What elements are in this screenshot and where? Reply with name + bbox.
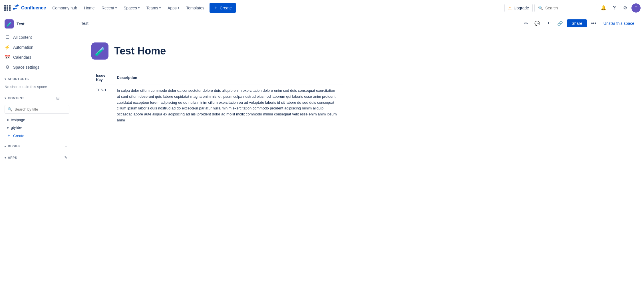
confluence-logo-icon: [13, 4, 19, 12]
settings-button[interactable]: ⚙: [621, 3, 630, 13]
nav-teams[interactable]: Teams ▾: [144, 4, 164, 12]
no-shortcuts-text: No shortcuts in this space: [0, 84, 74, 91]
topnav-right-section: ⚠ Upgrade 🔍 🔔 ? ⚙ T: [504, 3, 641, 13]
description-cell: In culpa dolor cillum commodo dolor ea c…: [112, 84, 343, 127]
warning-icon: ⚠: [508, 6, 512, 10]
space-icon: 🧪: [5, 19, 14, 29]
blogs-label: BLOGS: [8, 144, 20, 148]
space-settings-icon: ⚙: [5, 64, 10, 70]
page-body: 🧪 Test Home Issue Key Description TES-1 …: [74, 31, 360, 144]
shortcuts-add-button[interactable]: ＋: [63, 76, 69, 82]
column-header-description: Description: [112, 71, 343, 84]
sidebar-space-header[interactable]: 🧪 Test: [0, 16, 74, 32]
spaces-chevron-icon: ▾: [138, 6, 140, 9]
page-toolbar: Test ✏ 💬 👁 🔗 Share ••• Unstar this: [74, 16, 644, 31]
issues-table: Issue Key Description TES-1 In culpa dol…: [91, 71, 343, 127]
content-section-header: ▾ CONTENT ⊞ ＋: [0, 91, 74, 103]
top-navigation: Confluence Company hub Home Recent ▾ Spa…: [0, 0, 644, 16]
nav-home[interactable]: Home: [81, 4, 97, 12]
nav-company-hub[interactable]: Company hub: [49, 4, 80, 12]
gear-icon: ⚙: [623, 5, 627, 11]
link-button[interactable]: 🔗: [556, 19, 565, 28]
notifications-button[interactable]: 🔔: [599, 3, 608, 13]
nav-templates[interactable]: Templates: [183, 4, 207, 12]
grid-menu-button[interactable]: [3, 4, 11, 12]
shortcuts-collapse-icon[interactable]: ▾: [5, 78, 6, 81]
blogs-add-button[interactable]: ＋: [63, 143, 69, 150]
content-add-button[interactable]: ＋: [63, 95, 69, 101]
main-content: Test ✏ 💬 👁 🔗 Share ••• Unstar this: [74, 16, 644, 289]
sidebar: 🧪 Test ☰ All content ⚡ Automation 📅 Cale…: [0, 16, 74, 289]
link-icon: 🔗: [557, 21, 563, 26]
edit-button[interactable]: ✏: [521, 19, 530, 28]
table-row: TES-1 In culpa dolor cillum commodo dolo…: [91, 84, 343, 127]
nav-spaces[interactable]: Spaces ▾: [121, 4, 142, 12]
nav-recent[interactable]: Recent ▾: [99, 4, 120, 12]
grid-icon: [4, 5, 11, 11]
sidebar-page-gtyhbv[interactable]: gtyhbv: [0, 124, 74, 131]
search-input[interactable]: [545, 6, 593, 10]
content-filter-button[interactable]: ⊞: [55, 95, 61, 101]
ellipsis-icon: •••: [591, 21, 596, 27]
apps-section-header[interactable]: ▾ APPS ✎: [0, 151, 74, 163]
space-name: Test: [17, 22, 25, 26]
page-dot-icon: [7, 119, 9, 121]
calendars-icon: 📅: [5, 54, 10, 60]
content-search[interactable]: 🔍: [5, 105, 69, 114]
confluence-logo[interactable]: Confluence: [13, 4, 46, 12]
apps-chevron-icon: ▾: [178, 6, 179, 9]
sidebar-item-all-content[interactable]: ☰ All content: [0, 32, 74, 42]
nav-apps[interactable]: Apps ▾: [165, 4, 182, 12]
page-emoji-icon: 🧪: [91, 42, 108, 60]
issue-key-cell: TES-1: [91, 84, 112, 127]
all-content-icon: ☰: [5, 34, 10, 40]
apps-label: APPS: [8, 156, 17, 159]
sidebar-search-icon: 🔍: [8, 107, 12, 111]
help-button[interactable]: ?: [610, 3, 619, 13]
apps-edit-button[interactable]: ✎: [63, 154, 69, 161]
create-button[interactable]: ＋ Create: [210, 3, 236, 13]
blogs-chevron-icon: ▸: [5, 145, 6, 148]
teams-chevron-icon: ▾: [159, 6, 161, 9]
shortcuts-section-header: ▾ SHORTCUTS ＋: [0, 72, 74, 84]
sidebar-page-testpage[interactable]: testpage: [0, 116, 74, 124]
more-options-button[interactable]: •••: [589, 19, 598, 28]
upgrade-button[interactable]: ⚠ Upgrade: [504, 4, 533, 12]
column-header-issue-key: Issue Key: [91, 71, 112, 84]
breadcrumb: Test: [81, 21, 88, 26]
page-title: Test Home: [114, 45, 166, 57]
sidebar-item-automation[interactable]: ⚡ Automation: [0, 42, 74, 52]
recent-chevron-icon: ▾: [115, 6, 117, 9]
plus-icon: ＋: [214, 5, 218, 11]
toolbar-actions: ✏ 💬 👁 🔗 Share ••• Unstar this space: [521, 19, 637, 28]
page-dot-icon: [7, 127, 9, 129]
sidebar-item-space-settings[interactable]: ⚙ Space settings: [0, 62, 74, 72]
help-icon: ?: [613, 5, 616, 11]
content-collapse-icon[interactable]: ▾: [5, 97, 6, 100]
bell-icon: 🔔: [601, 5, 606, 11]
pencil-icon: ✏: [524, 21, 528, 26]
content-label: CONTENT: [8, 96, 24, 100]
avatar[interactable]: T: [631, 3, 641, 13]
eye-icon: 👁: [546, 21, 551, 26]
confluence-logo-text: Confluence: [21, 5, 46, 11]
content-search-input[interactable]: [15, 107, 66, 111]
sidebar-create-page[interactable]: ＋ Create: [0, 131, 74, 140]
automation-icon: ⚡: [5, 44, 10, 50]
search-box[interactable]: 🔍: [534, 4, 597, 12]
comment-button[interactable]: 💬: [533, 19, 542, 28]
page-header: 🧪 Test Home: [91, 42, 343, 60]
watch-button[interactable]: 👁: [544, 19, 553, 28]
shortcuts-label: SHORTCUTS: [8, 77, 29, 81]
share-button[interactable]: Share: [567, 19, 587, 27]
unstar-button[interactable]: Unstar this space: [601, 19, 637, 27]
apps-chevron-icon: ▾: [5, 156, 6, 159]
search-icon: 🔍: [538, 6, 543, 10]
blogs-section-header[interactable]: ▸ BLOGS ＋: [0, 140, 74, 151]
description-text: In culpa dolor cillum commodo dolor ea c…: [117, 88, 338, 123]
comment-icon: 💬: [534, 21, 540, 26]
sidebar-item-calendars[interactable]: 📅 Calendars: [0, 52, 74, 62]
create-page-plus-icon: ＋: [7, 133, 11, 138]
app-body: 🧪 Test ☰ All content ⚡ Automation 📅 Cale…: [0, 16, 644, 289]
